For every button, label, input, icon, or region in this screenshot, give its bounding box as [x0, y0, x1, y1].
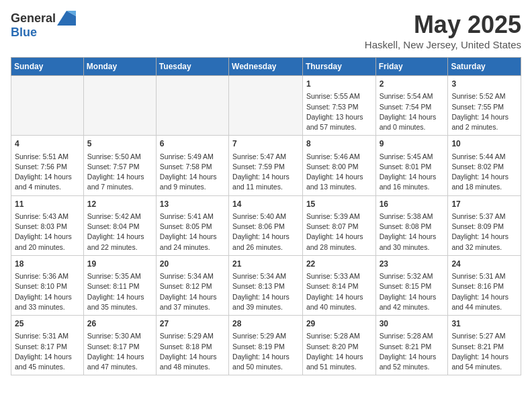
sunset-text: Sunset: 8:07 PM: [306, 222, 359, 230]
day-number: 4: [15, 138, 80, 150]
calendar-cell: 22Sunrise: 5:33 AMSunset: 8:14 PMDayligh…: [302, 255, 375, 315]
calendar-cell: 15Sunrise: 5:39 AMSunset: 8:07 PMDayligh…: [302, 195, 375, 255]
day-number: 5: [87, 138, 152, 150]
sunset-text: Sunset: 8:04 PM: [87, 222, 140, 230]
day-number: 14: [232, 199, 299, 210]
sunset-text: Sunset: 7:54 PM: [380, 103, 432, 111]
sunrise-text: Sunrise: 5:39 AM: [306, 212, 360, 220]
calendar-cell: 6Sunrise: 5:49 AMSunset: 7:58 PMDaylight…: [156, 136, 228, 195]
calendar-week-2: 4Sunrise: 5:51 AMSunset: 7:56 PMDaylight…: [11, 136, 521, 195]
day-number: 28: [232, 318, 299, 330]
sunrise-text: Sunrise: 5:52 AM: [451, 92, 505, 100]
header: General Blue May 2025 Haskell, New Jerse…: [11, 11, 521, 50]
sunrise-text: Sunrise: 5:54 AM: [380, 92, 433, 100]
day-number: 7: [232, 138, 299, 150]
daylight-text: Daylight: 14 hours and 35 minutes.: [87, 293, 144, 311]
logo: General Blue: [11, 11, 76, 40]
calendar-cell: 9Sunrise: 5:45 AMSunset: 8:01 PMDaylight…: [375, 136, 448, 195]
sunrise-text: Sunrise: 5:38 AM: [380, 212, 433, 220]
sunrise-text: Sunrise: 5:43 AM: [15, 212, 69, 220]
daylight-text: Daylight: 14 hours and 39 minutes.: [232, 293, 290, 311]
sunset-text: Sunset: 7:59 PM: [232, 163, 285, 171]
calendar-cell: 23Sunrise: 5:32 AMSunset: 8:15 PMDayligh…: [375, 255, 448, 315]
day-number: 8: [306, 138, 372, 150]
sunset-text: Sunset: 7:53 PM: [306, 103, 359, 111]
sunrise-text: Sunrise: 5:37 AM: [451, 212, 505, 220]
sunrise-text: Sunrise: 5:32 AM: [380, 272, 433, 280]
calendar-cell: 20Sunrise: 5:34 AMSunset: 8:12 PMDayligh…: [156, 255, 228, 315]
sunrise-text: Sunrise: 5:34 AM: [160, 272, 214, 280]
calendar-cell: 2Sunrise: 5:54 AMSunset: 7:54 PMDaylight…: [375, 76, 448, 136]
day-number: 12: [87, 199, 152, 210]
logo-blue: Blue: [11, 26, 37, 39]
daylight-text: Daylight: 14 hours and 24 minutes.: [160, 232, 217, 250]
calendar-cell: 11Sunrise: 5:43 AMSunset: 8:03 PMDayligh…: [11, 195, 84, 255]
daylight-text: Daylight: 14 hours and 4 minutes.: [15, 173, 72, 191]
daylight-text: Daylight: 14 hours and 9 minutes.: [160, 173, 217, 191]
daylight-text: Daylight: 14 hours and 2 minutes.: [451, 113, 508, 131]
sunrise-text: Sunrise: 5:28 AM: [380, 332, 433, 340]
calendar-cell: 7Sunrise: 5:47 AMSunset: 7:59 PMDaylight…: [229, 136, 303, 195]
sunrise-text: Sunrise: 5:40 AM: [232, 212, 286, 220]
calendar-cell: 28Sunrise: 5:29 AMSunset: 8:19 PMDayligh…: [229, 316, 303, 375]
calendar-header-wednesday: Wednesday: [229, 58, 303, 76]
day-number: 9: [380, 138, 445, 150]
sunset-text: Sunset: 8:16 PM: [451, 282, 504, 290]
day-number: 26: [87, 318, 152, 330]
location-title: Haskell, New Jersey, United States: [365, 39, 521, 50]
daylight-text: Daylight: 14 hours and 11 minutes.: [232, 173, 290, 191]
sunrise-text: Sunrise: 5:28 AM: [306, 332, 360, 340]
sunrise-text: Sunrise: 5:55 AM: [306, 92, 360, 100]
daylight-text: Daylight: 14 hours and 0 minutes.: [380, 113, 437, 131]
calendar-cell: 29Sunrise: 5:28 AMSunset: 8:20 PMDayligh…: [302, 316, 375, 375]
day-number: 18: [15, 259, 80, 270]
sunset-text: Sunset: 8:21 PM: [380, 342, 432, 351]
daylight-text: Daylight: 14 hours and 50 minutes.: [232, 353, 290, 371]
sunset-text: Sunset: 8:18 PM: [160, 342, 212, 351]
day-number: 11: [15, 199, 80, 210]
day-number: 20: [160, 259, 225, 270]
sunrise-text: Sunrise: 5:44 AM: [451, 152, 505, 161]
sunset-text: Sunset: 8:00 PM: [306, 163, 359, 171]
day-number: 16: [380, 199, 445, 210]
sunset-text: Sunset: 7:57 PM: [87, 163, 140, 171]
sunrise-text: Sunrise: 5:46 AM: [306, 152, 360, 161]
sunrise-text: Sunrise: 5:36 AM: [15, 272, 69, 280]
sunset-text: Sunset: 8:11 PM: [87, 282, 140, 290]
calendar-cell: 16Sunrise: 5:38 AMSunset: 8:08 PMDayligh…: [375, 195, 448, 255]
title-area: May 2025 Haskell, New Jersey, United Sta…: [365, 11, 521, 50]
month-title: May 2025: [365, 11, 521, 39]
daylight-text: Daylight: 14 hours and 13 minutes.: [306, 173, 363, 191]
calendar-cell: [229, 76, 303, 136]
sunset-text: Sunset: 8:06 PM: [232, 222, 285, 230]
daylight-text: Daylight: 14 hours and 18 minutes.: [451, 173, 508, 191]
sunset-text: Sunset: 7:55 PM: [451, 103, 504, 111]
calendar-week-1: 1Sunrise: 5:55 AMSunset: 7:53 PMDaylight…: [11, 76, 521, 136]
daylight-text: Daylight: 14 hours and 33 minutes.: [15, 293, 72, 311]
sunset-text: Sunset: 8:08 PM: [380, 222, 432, 230]
day-number: 1: [306, 79, 372, 90]
sunrise-text: Sunrise: 5:27 AM: [451, 332, 505, 340]
sunrise-text: Sunrise: 5:31 AM: [15, 332, 69, 340]
daylight-text: Daylight: 14 hours and 20 minutes.: [15, 232, 72, 250]
day-number: 30: [380, 318, 445, 330]
calendar-cell: 17Sunrise: 5:37 AMSunset: 8:09 PMDayligh…: [448, 195, 521, 255]
daylight-text: Daylight: 14 hours and 28 minutes.: [306, 232, 363, 250]
day-number: 24: [451, 259, 517, 270]
daylight-text: Daylight: 14 hours and 42 minutes.: [380, 293, 437, 311]
day-number: 19: [87, 259, 152, 270]
day-number: 22: [306, 259, 372, 270]
calendar-cell: 4Sunrise: 5:51 AMSunset: 7:56 PMDaylight…: [11, 136, 84, 195]
calendar-cell: 21Sunrise: 5:34 AMSunset: 8:13 PMDayligh…: [229, 255, 303, 315]
sunset-text: Sunset: 8:14 PM: [306, 282, 359, 290]
sunset-text: Sunset: 8:03 PM: [15, 222, 67, 230]
calendar-cell: [156, 76, 228, 136]
sunset-text: Sunset: 8:02 PM: [451, 163, 504, 171]
sunrise-text: Sunrise: 5:45 AM: [380, 152, 433, 161]
sunset-text: Sunset: 8:19 PM: [232, 342, 285, 351]
day-number: 13: [160, 199, 225, 210]
sunrise-text: Sunrise: 5:35 AM: [87, 272, 141, 280]
daylight-text: Daylight: 14 hours and 30 minutes.: [380, 232, 437, 250]
sunrise-text: Sunrise: 5:49 AM: [160, 152, 214, 161]
sunset-text: Sunset: 8:10 PM: [15, 282, 67, 290]
